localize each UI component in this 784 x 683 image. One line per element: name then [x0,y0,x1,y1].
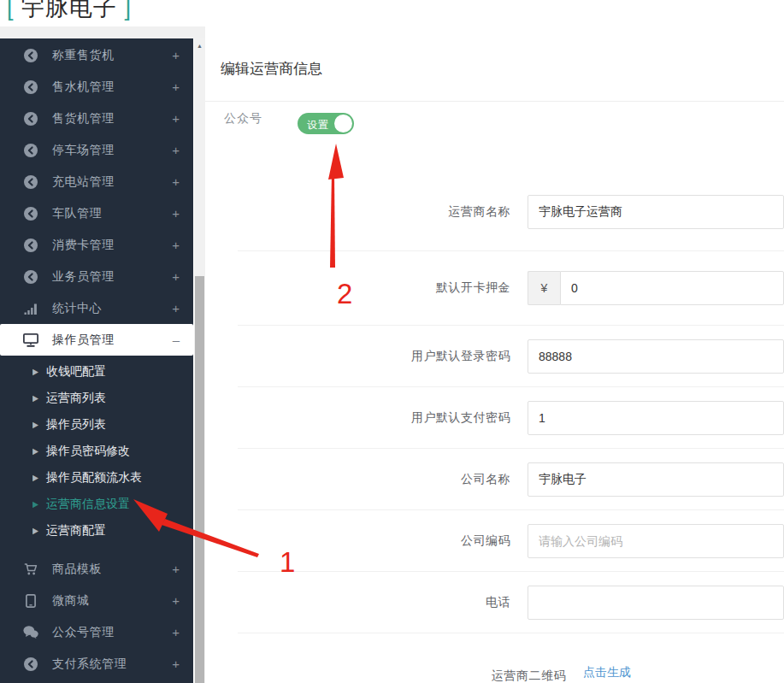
sidebar-subitem-label: 运营商列表 [46,391,106,406]
sidebar-item-label: 操作员管理 [52,333,173,348]
company-code-field [528,524,784,558]
sidebar-scrollbar[interactable]: ▲ [194,38,205,683]
title-divider [205,101,784,102]
company-code-input[interactable] [528,524,784,558]
wechat-setup-toggle[interactable]: 设置 [298,113,354,134]
sidebar-subitem-label: 操作员密码修改 [46,444,130,459]
sidebar-item-label: 售水机管理 [52,79,172,95]
default-pay-password-input[interactable] [528,401,784,435]
phone-icon [22,594,39,608]
phone-label: 电话 [238,595,510,610]
scrollbar-up-icon[interactable]: ▲ [194,38,205,52]
sidebar-item-label: 商品模板 [52,562,172,577]
sidebar-item-label: 售货机管理 [52,111,172,127]
operator-name-field [528,195,784,229]
monitor-icon [22,333,39,347]
operator-qrcode-field: 点击生成 [583,668,631,683]
sidebar-subitem-operator-password[interactable]: ▶操作员密码修改 [0,438,193,464]
sidebar-subitem-label: 收钱吧配置 [46,364,106,380]
currency-yen-addon: ¥ [528,271,560,305]
sidebar-item-label: 微商城 [52,593,172,609]
sidebar-item-vending[interactable]: 售货机管理+ [0,103,193,134]
phone-field [528,586,784,620]
sidebar-subitem-operator-quota-flow[interactable]: ▶操作员配额流水表 [0,464,193,491]
circle-chevron-icon [22,657,39,671]
sidebar: 称重售货机+售水机管理+售货机管理+停车场管理+充电站管理+车队管理+消费卡管理… [0,38,193,683]
circle-chevron-icon [22,207,39,221]
sidebar-item-micro-mall[interactable]: 微商城+ [0,585,193,616]
sidebar-item-goods-template[interactable]: 商品模板+ [0,553,193,585]
circle-chevron-icon [22,175,39,189]
sidebar-item-label: 消费卡管理 [52,238,172,253]
default-login-password-label: 用户默认登录密码 [238,349,510,364]
sidebar-subitem-label: 操作员配额流水表 [46,470,142,486]
default-card-deposit-input[interactable] [560,271,784,305]
default-card-deposit-label: 默认开卡押金 [238,280,510,296]
sidebar-subitem-operator-info-setting[interactable]: ▶运营商信息设置 [0,491,193,517]
sidebar-subitem-operator-company-list[interactable]: ▶运营商列表 [0,385,193,411]
sidebar-item-label: 称重售货机 [52,48,172,63]
company-name-label: 公司名称 [238,472,510,487]
default-login-password-input[interactable] [528,339,784,374]
sidebar-item-weighing-vending[interactable]: 称重售货机+ [0,39,193,71]
default-login-password-field [528,339,784,374]
sidebar-item-operator-manage[interactable]: 操作员管理– [0,324,193,356]
generate-qrcode-link[interactable]: 点击生成 [583,665,631,680]
toggle-label: 设置 [307,118,329,132]
circle-chevron-icon [22,112,39,126]
operator-name-input[interactable] [528,195,784,229]
sidebar-item-label: 公众号管理 [52,625,172,640]
header-divider [0,26,205,38]
expand-plus-icon: + [172,238,180,252]
operator-qrcode-label: 运营商二维码 [238,668,566,683]
caret-right-icon: ▶ [32,446,38,456]
sidebar-item-label: 车队管理 [52,206,172,221]
circle-chevron-icon [22,270,39,284]
expand-plus-icon: + [172,48,180,62]
brand-logo-text: [ 宇脉电子 ] [7,0,132,23]
expand-plus-icon: + [172,593,180,608]
sidebar-item-salesman[interactable]: 业务员管理+ [0,261,193,292]
form-row-default-card-deposit: 默认开卡押金¥ [238,250,784,325]
default-pay-password-label: 用户默认支付密码 [238,410,510,426]
sidebar-subitem-shouqianba-config[interactable]: ▶收钱吧配置 [0,358,193,385]
scrollbar-thumb[interactable] [195,276,204,683]
sidebar-subitem-label: 运营商配置 [46,523,106,539]
form-row-operator-name: 运营商名称 [238,174,784,250]
toggle-knob-icon [334,115,352,132]
company-name-input[interactable] [528,462,784,497]
sidebar-item-consume-card[interactable]: 消费卡管理+ [0,229,193,261]
sidebar-item-water-vending[interactable]: 售水机管理+ [0,71,193,103]
sidebar-item-label: 支付系统管理 [52,657,172,672]
form-row-company-code: 公司编码 [238,509,784,571]
sidebar-item-payment-system[interactable]: 支付系统管理+ [0,648,193,680]
form-row-default-pay-password: 用户默认支付密码 [238,386,784,448]
expand-plus-icon: + [172,269,180,284]
caret-right-icon: ▶ [32,367,38,376]
main-content: 编辑运营商信息 公众号 设置 运营商名称默认开卡押金¥用户默认登录密码用户默认支… [205,0,784,683]
expand-plus-icon: + [172,657,180,671]
page-title: 编辑运营商信息 [221,59,322,79]
form-row-operator-qrcode: 运营商二维码点击生成 [238,633,784,683]
sidebar-item-official-account[interactable]: 公众号管理+ [0,616,193,648]
collapse-minus-icon: – [173,333,180,347]
phone-input[interactable] [528,586,784,620]
sidebar-subitem-operator-config[interactable]: ▶运营商配置 [0,517,193,544]
company-code-label: 公司编码 [238,533,510,549]
expand-plus-icon: + [172,79,180,94]
sidebar-item-parking[interactable]: 停车场管理+ [0,134,193,166]
wechat-field-label: 公众号 [224,111,262,127]
sidebar-item-charging-station[interactable]: 充电站管理+ [0,166,193,197]
sidebar-item-statistics[interactable]: 统计中心+ [0,292,193,324]
expand-plus-icon: + [172,206,180,221]
caret-right-icon: ▶ [32,393,38,403]
form-row-phone: 电话 [238,571,784,633]
caret-right-icon: ▶ [32,499,38,509]
sidebar-item-fleet[interactable]: 车队管理+ [0,197,193,229]
app-page: [ 宇脉电子 ] 称重售货机+售水机管理+售货机管理+停车场管理+充电站管理+车… [0,0,784,683]
sidebar-item-label: 业务员管理 [52,269,172,285]
sidebar-subitem-label: 操作员列表 [46,417,106,433]
sidebar-submenu: ▶收钱吧配置▶运营商列表▶操作员列表▶操作员密码修改▶操作员配额流水表▶运营商信… [0,356,193,553]
company-name-field [528,462,784,497]
sidebar-subitem-operator-list[interactable]: ▶操作员列表 [0,411,193,438]
